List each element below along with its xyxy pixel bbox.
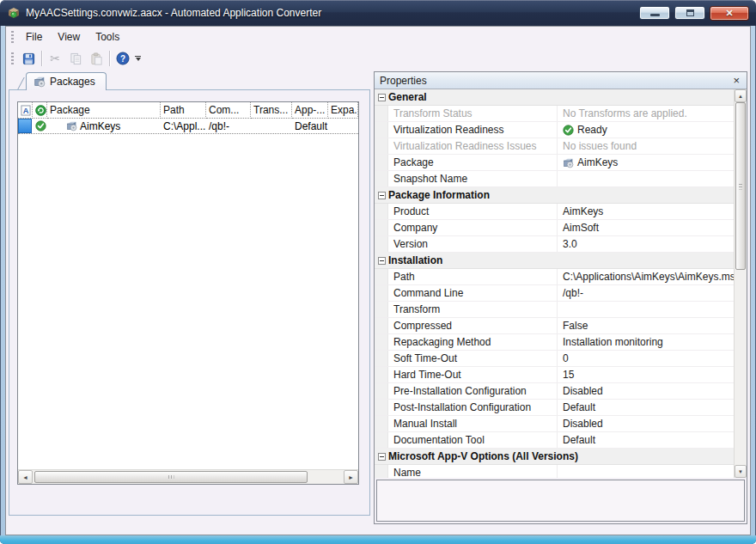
tab-packages[interactable]: Packages [26,72,107,90]
scroll-right-icon[interactable]: ► [344,470,358,484]
column-header-package[interactable]: Package [47,102,161,119]
property-row[interactable]: ProductAimKeys [375,204,734,220]
property-value[interactable]: No issues found [557,138,734,154]
property-group-header[interactable]: Microsoft App-V Options (All Versions) [375,449,734,465]
column-header-trans[interactable]: Trans... [251,102,292,119]
property-value[interactable]: Disabled [557,416,734,431]
column-header-app[interactable]: App-... [292,102,328,119]
toolbar-grip-handle[interactable] [11,52,14,64]
package-appv: Default [292,119,328,133]
collapse-icon[interactable] [378,192,386,199]
title-bar[interactable]: MyAACSettings.convwiz.aacx - Automated A… [0,0,756,26]
menu-file[interactable]: File [18,28,50,46]
property-row[interactable]: Hard Time-Out15 [375,367,734,383]
property-row[interactable]: Name [375,465,734,478]
help-button[interactable]: ? [113,49,133,68]
collapse-icon[interactable] [378,94,386,101]
property-row[interactable]: Repackaging MethodInstallation monitorin… [375,334,734,351]
property-row[interactable]: Snapshot Name [375,171,734,187]
property-group-label: General [388,91,427,103]
column-header-label: Path [163,104,185,116]
property-value[interactable]: 3.0 [557,236,734,252]
property-value[interactable] [557,171,734,186]
property-name: Documentation Tool [388,432,557,448]
property-row[interactable]: Transform StatusNo Transforms are applie… [375,106,734,122]
maximize-button[interactable] [674,6,705,20]
property-row[interactable]: Manual InstallDisabled [375,416,734,432]
vertical-scroll-track[interactable] [735,102,747,465]
property-row[interactable]: CompressedFalse [375,318,734,334]
scroll-down-icon[interactable]: ▼ [735,465,747,478]
minimize-button[interactable] [639,6,670,20]
column-header-sort-letter-icon[interactable]: A [18,102,33,119]
property-value[interactable]: AimSoft [557,220,734,235]
property-name: Version [388,236,557,252]
row-margin [375,269,388,284]
property-value[interactable]: AimKeys [557,204,734,219]
property-value[interactable]: Default [557,400,734,415]
scroll-up-icon[interactable]: ▲ [735,89,747,102]
property-row[interactable]: Version3.0 [375,236,734,253]
horizontal-scroll-thumb[interactable] [34,471,308,483]
column-header-label: Trans... [253,104,288,116]
property-value[interactable]: AimKeys [557,155,734,170]
property-row[interactable]: Soft Time-Out0 [375,351,734,367]
properties-close-icon[interactable]: × [731,75,741,86]
property-value[interactable]: No Transforms are applied. [557,106,734,121]
app-window: MyAACSettings.convwiz.aacx - Automated A… [0,0,756,544]
property-row[interactable]: CompanyAimSoft [375,220,734,236]
property-row[interactable]: Transform [375,302,734,318]
property-value[interactable]: C:\Applications\AimKeys\AimKeys.msi [557,269,734,284]
property-row[interactable]: Virtualization ReadinessReady [375,122,734,138]
property-group-header[interactable]: General [375,89,734,106]
property-group-header[interactable]: Installation [375,253,734,269]
column-header-path[interactable]: Path [161,102,206,119]
close-icon: ✕ [725,9,733,18]
property-group-header[interactable]: Package Information [375,187,734,204]
paste-button[interactable] [86,49,107,68]
property-value[interactable]: 0 [557,351,734,366]
row-margin [375,220,388,235]
toolbar-overflow-icon[interactable] [135,56,141,61]
property-row[interactable]: Documentation ToolDefault [375,432,734,449]
menu-grip-handle[interactable] [11,31,14,43]
property-grid-rows: GeneralTransform StatusNo Transforms are… [375,89,734,478]
horizontal-scrollbar[interactable]: ◄ ► [18,469,358,484]
property-value[interactable]: 15 [557,367,734,382]
property-row[interactable]: Virtualization Readiness IssuesNo issues… [375,138,734,155]
package-list: APackagePathCom...Trans...App-...Expa...… [17,101,359,485]
property-row[interactable]: PackageAimKeys [375,155,734,171]
property-value[interactable]: False [557,318,734,333]
save-button[interactable] [18,49,39,68]
property-value[interactable] [557,302,734,317]
column-header-expa[interactable]: Expa... [328,102,358,119]
property-value[interactable]: Disabled [557,383,734,399]
property-value[interactable]: Ready [557,122,734,138]
check-icon [35,120,46,131]
property-name: Compressed [388,318,557,333]
property-row[interactable]: Post-Installation ConfigurationDefault [375,400,734,416]
property-value[interactable]: Default [557,432,734,448]
column-header-refresh-icon[interactable] [33,102,47,119]
property-value-label: False [563,320,588,332]
property-row[interactable]: PathC:\Applications\AimKeys\AimKeys.msi [375,269,734,285]
vertical-scrollbar[interactable]: ▲ ▼ [734,89,747,478]
menu-tools[interactable]: Tools [88,28,127,46]
property-value[interactable] [557,465,734,478]
scroll-left-icon[interactable]: ◄ [18,470,33,484]
property-row[interactable]: Pre-Installation ConfigurationDisabled [375,383,734,400]
property-value[interactable]: Installation monitoring [557,334,734,350]
close-button[interactable]: ✕ [710,6,749,21]
column-header-com[interactable]: Com... [206,102,251,119]
property-value[interactable]: /qb!- [557,285,734,301]
collapse-icon[interactable] [378,257,386,265]
cut-button[interactable]: ✂ [45,49,65,68]
property-value-label: Default [563,401,595,413]
menu-view[interactable]: View [50,28,88,46]
refresh-icon [35,105,46,116]
property-row[interactable]: Command Line/qb!- [375,285,734,302]
package-row[interactable]: AimKeysC:\Appl.../qb!-Default [18,119,358,134]
collapse-icon[interactable] [378,453,386,461]
vertical-scroll-thumb[interactable] [735,102,746,270]
copy-button[interactable] [65,49,86,68]
